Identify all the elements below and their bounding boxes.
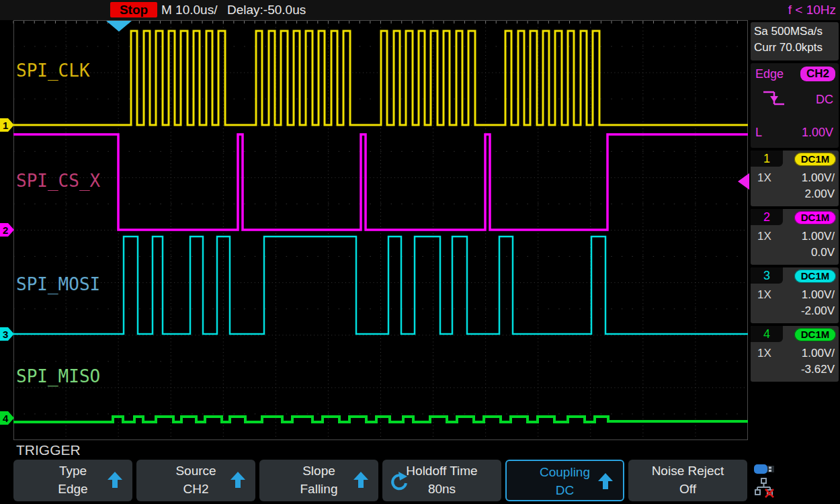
channel-3-offset: -2.00V (801, 304, 835, 318)
channel-4-number: 4 (751, 326, 783, 342)
trigger-source-badge: CH2 (800, 67, 835, 81)
channel-2-panel[interactable]: 2 DC1M 1X 1.00V/ 0.0V (751, 209, 839, 265)
channel-3-coupling-badge: DC1M (794, 269, 836, 283)
channel-4-offset: -3.62V (801, 363, 835, 376)
trace-spi_clk (13, 31, 748, 125)
trace-spi_miso (13, 417, 748, 422)
channel-2-offset: 0.0V (811, 246, 835, 259)
svg-text:3: 3 (3, 329, 8, 340)
up-arrow-icon (107, 471, 123, 489)
memory-depth: Curr 70.0kpts (751, 38, 839, 54)
channel-3-marker[interactable]: 3 (0, 327, 14, 341)
softkey-coupling[interactable]: Coupling DC (505, 460, 624, 501)
trigger-level-label: L (755, 126, 762, 140)
channel-2-coupling-badge: DC1M (794, 211, 836, 224)
up-arrow-icon (230, 471, 246, 489)
oscilloscope-screen: Stop M 10.0us/ Delay:-50.0us f < 10Hz 1 … (0, 0, 840, 504)
softkey-noise-reject[interactable]: Noise Reject Off (628, 460, 747, 501)
channel-1-panel[interactable]: 1 DC1M 1X 1.00V/ 2.00V (751, 151, 839, 206)
signal-label-spi_miso: SPI_MISO (16, 366, 100, 386)
channel-4-probe: 1X (757, 347, 771, 360)
softkey-slope[interactable]: Slope Falling (259, 460, 378, 501)
channel-2-probe: 1X (757, 230, 771, 243)
lan-disconnected-icon (754, 478, 774, 498)
status-icons (751, 462, 839, 502)
menu-title: TRIGGER (16, 442, 81, 458)
trigger-level-marker[interactable] (738, 173, 750, 190)
signal-label-spi_cs_x: SPI_CS_X (16, 171, 100, 191)
waveform-display: 1 2 3 4 (0, 0, 751, 444)
channel-3-probe: 1X (757, 288, 771, 302)
channel-2-number: 2 (751, 209, 783, 225)
channel-1-offset: 2.00V (805, 187, 835, 201)
trigger-info-panel: Edge CH2 DC L 1.00V (751, 63, 839, 148)
svg-text:2: 2 (3, 224, 8, 236)
up-arrow-icon (597, 472, 614, 491)
channel-2-marker[interactable]: 2 (0, 223, 14, 237)
channel-3-number: 3 (751, 267, 783, 284)
channel-4-coupling-badge: DC1M (794, 328, 836, 341)
svg-text:4: 4 (3, 413, 9, 424)
trigger-position-marker[interactable] (106, 21, 132, 32)
channel-1-probe: 1X (757, 171, 771, 185)
softkey-holdoff[interactable]: Holdoff Time 80ns (382, 460, 501, 501)
channel-3-scale: 1.00V/ (802, 288, 835, 302)
channel-4-panel[interactable]: 4 DC1M 1X 1.00V/ -3.62V (751, 326, 839, 382)
channel-3-panel[interactable]: 3 DC1M 1X 1.00V/ -2.00V (751, 267, 839, 323)
sidebar: Sa 500MSa/s Curr 70.0kpts Edge CH2 DC L … (749, 20, 840, 440)
sample-rate: Sa 500MSa/s (751, 22, 839, 38)
channel-2-scale: 1.00V/ (802, 230, 835, 243)
signal-label-spi_mosi: SPI_MOSI (16, 274, 100, 294)
up-arrow-icon (353, 471, 369, 489)
falling-edge-icon (761, 89, 787, 108)
soft-menu-bar: TRIGGER Type Edge Source CH2 Slope Falli… (0, 440, 840, 504)
channel-1-scale: 1.00V/ (802, 171, 835, 185)
channel-1-marker[interactable]: 1 (0, 118, 14, 132)
trigger-type: Edge (755, 67, 784, 81)
channel-1-coupling-badge: DC1M (794, 153, 836, 166)
svg-text:1: 1 (3, 120, 8, 131)
trigger-level-value: 1.00V (802, 126, 833, 140)
frequency-counter: f < 10Hz (788, 3, 836, 17)
trace-spi_cs_x (13, 134, 748, 230)
signal-label-spi_clk: SPI_CLK (16, 60, 90, 81)
channel-4-marker[interactable]: 4 (0, 411, 14, 425)
acquisition-info: Sa 500MSa/s Curr 70.0kpts (751, 22, 839, 60)
channel-4-scale: 1.00V/ (802, 347, 835, 360)
trigger-coupling: DC (816, 93, 833, 107)
softkey-source[interactable]: Source CH2 (136, 460, 255, 501)
channel-1-number: 1 (751, 151, 783, 167)
usb-connected-icon (754, 463, 777, 475)
adjust-knob-icon (389, 471, 408, 491)
softkey-type[interactable]: Type Edge (13, 460, 132, 501)
